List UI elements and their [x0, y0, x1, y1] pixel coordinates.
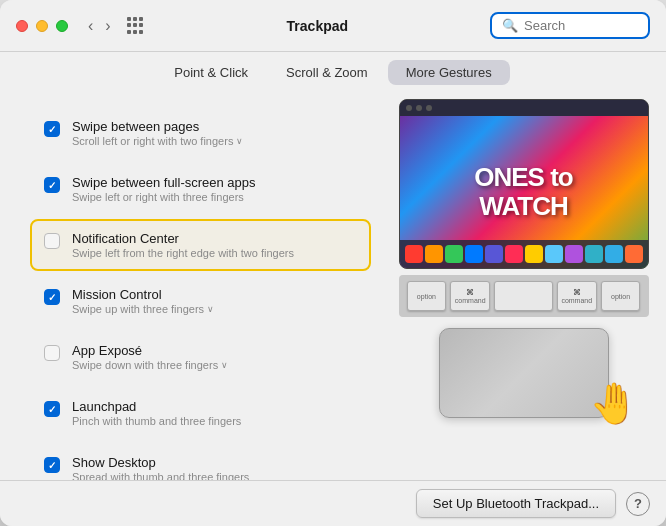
dock-icon-1 — [405, 245, 423, 263]
dock-icon-10 — [585, 245, 603, 263]
setting-swipe-fullscreen[interactable]: Swipe between full-screen apps Swipe lef… — [30, 163, 371, 215]
search-input[interactable] — [524, 18, 638, 33]
window-title: Trackpad — [153, 18, 482, 34]
setting-title-app-expose: App Exposé — [72, 343, 228, 358]
setting-text-mission-control: Mission Control Swipe up with three fing… — [72, 287, 214, 315]
menubar-dot-3 — [426, 105, 432, 111]
back-button[interactable]: ‹ — [84, 16, 97, 36]
setting-subtitle-app-expose: Swipe down with three fingers ∨ — [72, 359, 228, 371]
tab-bar: Point & Click Scroll & Zoom More Gesture… — [0, 52, 666, 89]
setting-text-show-desktop: Show Desktop Spread with thumb and three… — [72, 455, 249, 480]
window: ‹ › Trackpad 🔍 Point & Click Scroll & Zo… — [0, 0, 666, 526]
key-option-right: option — [601, 281, 641, 311]
dock-icon-4 — [465, 245, 483, 263]
settings-list: Swipe between pages Scroll left or right… — [0, 99, 391, 480]
checkbox-launchpad[interactable] — [44, 401, 60, 417]
tab-scroll-zoom[interactable]: Scroll & Zoom — [268, 60, 386, 85]
setting-subtitle-notification-center: Swipe left from the right edge with two … — [72, 247, 294, 259]
checkbox-swipe-pages[interactable] — [44, 121, 60, 137]
key-space — [494, 281, 553, 311]
setting-show-desktop[interactable]: Show Desktop Spread with thumb and three… — [30, 443, 371, 480]
preview-panel: ONES toWATCH — [391, 99, 666, 480]
setting-subtitle-mission-control: Swipe up with three fingers ∨ — [72, 303, 214, 315]
tab-point-click[interactable]: Point & Click — [156, 60, 266, 85]
screen-dock — [400, 240, 648, 268]
menubar-dot-1 — [406, 105, 412, 111]
search-bar[interactable]: 🔍 — [490, 12, 650, 39]
tab-more-gestures[interactable]: More Gestures — [388, 60, 510, 85]
checkbox-mission-control[interactable] — [44, 289, 60, 305]
title-bar: ‹ › Trackpad 🔍 — [0, 0, 666, 52]
setting-text-app-expose: App Exposé Swipe down with three fingers… — [72, 343, 228, 371]
setting-subtitle-launchpad: Pinch with thumb and three fingers — [72, 415, 241, 427]
close-button[interactable] — [16, 20, 28, 32]
setting-swipe-pages[interactable]: Swipe between pages Scroll left or right… — [30, 107, 371, 159]
setting-title-launchpad: Launchpad — [72, 399, 241, 414]
setting-text-swipe-pages: Swipe between pages Scroll left or right… — [72, 119, 243, 147]
setting-text-notification-center: Notification Center Swipe left from the … — [72, 231, 294, 259]
app-grid-icon[interactable] — [127, 17, 145, 35]
dock-icon-3 — [445, 245, 463, 263]
setting-title-show-desktop: Show Desktop — [72, 455, 249, 470]
maximize-button[interactable] — [56, 20, 68, 32]
dock-icon-5 — [485, 245, 503, 263]
setting-subtitle-swipe-fullscreen: Swipe left or right with three fingers — [72, 191, 256, 203]
setting-title-mission-control: Mission Control — [72, 287, 214, 302]
help-button[interactable]: ? — [626, 492, 650, 516]
dock-icon-6 — [505, 245, 523, 263]
hand-hint: 🤚 — [589, 383, 639, 423]
checkbox-notification-center[interactable] — [44, 233, 60, 249]
trackpad-image — [439, 328, 609, 418]
screen-menubar — [400, 100, 648, 116]
setting-text-swipe-fullscreen: Swipe between full-screen apps Swipe lef… — [72, 175, 256, 203]
content-area: Swipe between pages Scroll left or right… — [0, 89, 666, 480]
key-option-left: option — [407, 281, 447, 311]
chevron-icon-2: ∨ — [207, 304, 214, 314]
trackpad-container: 🤚 — [399, 323, 649, 423]
setting-title-notification-center: Notification Center — [72, 231, 294, 246]
dock-icon-11 — [605, 245, 623, 263]
setting-subtitle-show-desktop: Spread with thumb and three fingers — [72, 471, 249, 480]
dock-icon-8 — [545, 245, 563, 263]
minimize-button[interactable] — [36, 20, 48, 32]
setting-notification-center[interactable]: Notification Center Swipe left from the … — [30, 219, 371, 271]
menubar-dot-2 — [416, 105, 422, 111]
setting-mission-control[interactable]: Mission Control Swipe up with three fing… — [30, 275, 371, 327]
setting-title-swipe-pages: Swipe between pages — [72, 119, 243, 134]
chevron-icon: ∨ — [236, 136, 243, 146]
setting-text-launchpad: Launchpad Pinch with thumb and three fin… — [72, 399, 241, 427]
dock-icon-2 — [425, 245, 443, 263]
traffic-lights — [16, 20, 68, 32]
checkbox-app-expose[interactable] — [44, 345, 60, 361]
search-icon: 🔍 — [502, 18, 518, 33]
setting-title-swipe-fullscreen: Swipe between full-screen apps — [72, 175, 256, 190]
dock-icon-7 — [525, 245, 543, 263]
key-command-right: ⌘ command — [557, 281, 597, 311]
setting-app-expose[interactable]: App Exposé Swipe down with three fingers… — [30, 331, 371, 383]
dock-icon-9 — [565, 245, 583, 263]
forward-button[interactable]: › — [101, 16, 114, 36]
bottom-bar: Set Up Bluetooth Trackpad... ? — [0, 480, 666, 526]
setup-bluetooth-button[interactable]: Set Up Bluetooth Trackpad... — [416, 489, 616, 518]
setting-launchpad[interactable]: Launchpad Pinch with thumb and three fin… — [30, 387, 371, 439]
nav-buttons: ‹ › — [84, 16, 115, 36]
chevron-icon-3: ∨ — [221, 360, 228, 370]
preview-screen: ONES toWATCH — [399, 99, 649, 269]
keyboard-row: option ⌘ command ⌘ command option — [399, 275, 649, 317]
dock-icon-12 — [625, 245, 643, 263]
setting-subtitle-swipe-pages: Scroll left or right with two fingers ∨ — [72, 135, 243, 147]
checkbox-show-desktop[interactable] — [44, 457, 60, 473]
key-command-left: ⌘ command — [450, 281, 490, 311]
checkbox-swipe-fullscreen[interactable] — [44, 177, 60, 193]
